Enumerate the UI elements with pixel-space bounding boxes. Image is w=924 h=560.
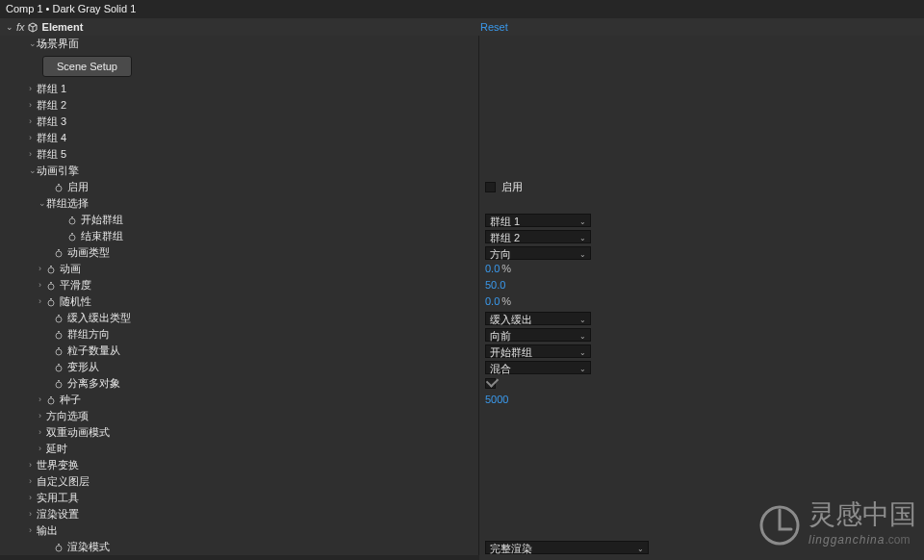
stopwatch-icon[interactable] xyxy=(54,379,64,389)
twirl-down-icon[interactable]: ⌄ xyxy=(29,36,37,52)
randomness-row[interactable]: ›随机性 xyxy=(0,293,479,310)
twirl-right-icon[interactable]: › xyxy=(29,97,37,114)
anim-type-row: 动画类型 xyxy=(0,244,479,261)
svg-rect-23 xyxy=(58,380,60,382)
twirl-right-icon[interactable]: › xyxy=(29,490,37,506)
group-1-row[interactable]: ›群组 1 xyxy=(0,81,479,97)
enable-checkbox-label: 启用 xyxy=(501,179,523,195)
chevron-down-icon: ⌄ xyxy=(579,330,586,344)
stopwatch-icon[interactable] xyxy=(54,314,64,323)
group-2-row[interactable]: ›群组 2 xyxy=(0,97,479,114)
separate-multi-checkbox[interactable] xyxy=(485,378,496,389)
effect-cube-icon xyxy=(27,21,38,33)
group-5-row[interactable]: ›群组 5 xyxy=(0,146,479,163)
animation-row[interactable]: ›动画 xyxy=(0,261,479,277)
effect-header-row: ⌄ fx Element Reset xyxy=(0,18,924,36)
twirl-right-icon[interactable]: › xyxy=(29,146,37,163)
svg-rect-17 xyxy=(58,331,60,333)
utilities-group[interactable]: ›实用工具 xyxy=(0,490,479,506)
twirl-right-icon[interactable]: › xyxy=(38,424,46,441)
stopwatch-icon[interactable] xyxy=(46,265,56,274)
twirl-right-icon[interactable]: › xyxy=(29,130,37,146)
effect-twirl-icon[interactable]: ⌄ xyxy=(6,18,13,36)
anim-type-select[interactable]: 方向⌄ xyxy=(485,246,591,260)
svg-point-4 xyxy=(69,235,75,241)
render-mode-select[interactable]: 完整渲染⌄ xyxy=(485,541,649,554)
scene-setup-button[interactable]: Scene Setup xyxy=(42,56,132,77)
enable-row: 启用 xyxy=(0,179,479,195)
animation-value[interactable]: 0.0 xyxy=(485,261,500,277)
output-group[interactable]: ›输出 xyxy=(0,522,479,539)
twirl-right-icon[interactable]: › xyxy=(38,392,46,408)
stopwatch-icon[interactable] xyxy=(67,232,77,242)
stopwatch-icon[interactable] xyxy=(67,216,77,225)
svg-rect-3 xyxy=(71,216,73,218)
fx-badge: fx xyxy=(16,18,25,36)
svg-rect-5 xyxy=(71,233,73,235)
twirl-right-icon[interactable]: › xyxy=(38,277,46,293)
twirl-right-icon[interactable]: › xyxy=(38,441,46,457)
morph-from-row: 变形从 xyxy=(0,359,479,375)
direction-options-group[interactable]: ›方向选项 xyxy=(0,408,479,424)
effect-name: Element xyxy=(42,18,84,36)
twirl-right-icon[interactable]: › xyxy=(38,408,46,424)
animation-engine-group[interactable]: ⌄动画引擎 xyxy=(0,163,479,179)
enable-checkbox[interactable] xyxy=(485,182,496,192)
end-group-select[interactable]: 群组 2⌄ xyxy=(485,230,591,243)
twirl-right-icon[interactable]: › xyxy=(38,261,46,277)
morph-from-select[interactable]: 混合⌄ xyxy=(485,361,591,374)
group-3-row[interactable]: ›群组 3 xyxy=(0,114,479,130)
ease-select[interactable]: 缓入缓出⌄ xyxy=(485,312,591,325)
twirl-right-icon[interactable]: › xyxy=(29,473,37,490)
chevron-down-icon: ⌄ xyxy=(579,314,586,327)
seed-row[interactable]: ›种子 xyxy=(0,392,479,408)
world-transform-group[interactable]: ›世界变换 xyxy=(0,457,479,473)
stopwatch-icon[interactable] xyxy=(54,183,64,192)
twirl-right-icon[interactable]: › xyxy=(29,522,37,539)
group-direction-select[interactable]: 向前⌄ xyxy=(485,328,591,342)
randomness-unit: % xyxy=(501,293,511,310)
start-group-select[interactable]: 群组 1⌄ xyxy=(485,214,591,227)
twirl-right-icon[interactable]: › xyxy=(38,293,46,310)
svg-point-0 xyxy=(56,186,62,191)
svg-rect-11 xyxy=(50,282,52,284)
svg-point-14 xyxy=(56,317,62,322)
twirl-right-icon[interactable]: › xyxy=(29,81,37,97)
svg-rect-7 xyxy=(58,249,60,251)
twirl-down-icon[interactable]: ⌄ xyxy=(38,195,46,212)
stopwatch-icon[interactable] xyxy=(54,543,64,552)
stopwatch-icon[interactable] xyxy=(54,330,64,340)
render-mode-row: 渲染模式 xyxy=(0,539,479,555)
svg-point-24 xyxy=(48,398,54,404)
randomness-value[interactable]: 0.0 xyxy=(485,293,500,310)
reset-link[interactable]: Reset xyxy=(480,18,508,36)
seed-value[interactable]: 5000 xyxy=(485,392,508,408)
twirl-right-icon[interactable]: › xyxy=(29,457,37,473)
particle-from-select[interactable]: 开始群组⌄ xyxy=(485,344,591,358)
stopwatch-icon[interactable] xyxy=(54,363,64,372)
smoothness-row[interactable]: ›平滑度 xyxy=(0,277,479,293)
svg-point-20 xyxy=(56,366,62,371)
stopwatch-icon[interactable] xyxy=(54,346,64,356)
twirl-right-icon[interactable]: › xyxy=(29,114,37,130)
render-settings-group[interactable]: ›渲染设置 xyxy=(0,506,479,522)
group-select-group[interactable]: ⌄群组选择 xyxy=(0,195,479,212)
double-anim-mode-group[interactable]: ›双重动画模式 xyxy=(0,424,479,441)
custom-layers-group[interactable]: ›自定义图层 xyxy=(0,473,479,490)
stopwatch-icon[interactable] xyxy=(46,281,56,291)
stopwatch-icon[interactable] xyxy=(46,395,56,405)
svg-rect-15 xyxy=(58,315,60,317)
smoothness-value[interactable]: 50.0 xyxy=(485,277,505,293)
group-direction-row: 群组方向 xyxy=(0,326,479,343)
chevron-down-icon: ⌄ xyxy=(579,232,586,245)
twirl-right-icon[interactable]: › xyxy=(29,506,37,522)
chevron-down-icon: ⌄ xyxy=(579,363,586,376)
stopwatch-icon[interactable] xyxy=(54,248,64,258)
svg-point-12 xyxy=(48,300,54,306)
svg-rect-19 xyxy=(58,347,60,349)
stopwatch-icon[interactable] xyxy=(46,297,56,307)
scene-interface-group[interactable]: ⌄场景界面 xyxy=(0,36,479,52)
twirl-down-icon[interactable]: ⌄ xyxy=(29,163,37,179)
delay-group[interactable]: ›延时 xyxy=(0,441,479,457)
group-4-row[interactable]: ›群组 4 xyxy=(0,130,479,146)
